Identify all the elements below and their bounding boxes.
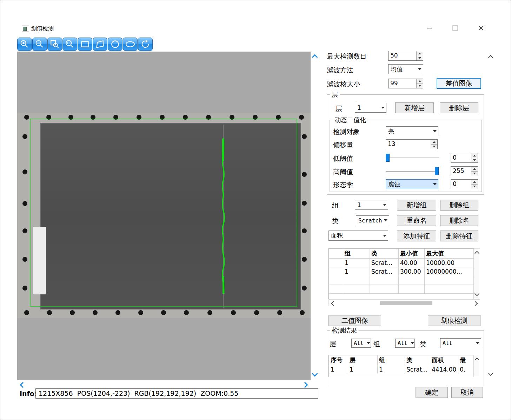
scroll-right-icon[interactable]	[473, 301, 478, 306]
spin-up-icon[interactable]	[417, 79, 423, 84]
scrollbar-thumb[interactable]	[380, 301, 432, 305]
add-feature-button[interactable]: 添加特征	[397, 231, 436, 241]
scroll-right-icon[interactable]	[302, 382, 308, 388]
delete-feature-button[interactable]: 删除特征	[440, 231, 478, 241]
image-viewer[interactable]	[17, 52, 311, 380]
close-button[interactable]	[473, 22, 489, 34]
results-group-combo[interactable]: All	[395, 339, 415, 348]
scroll-up-icon[interactable]	[312, 54, 318, 60]
roi-rotate-button[interactable]	[138, 38, 153, 51]
scratch-detect-button[interactable]: 划痕检测	[428, 315, 480, 326]
scroll-left-icon[interactable]	[331, 301, 336, 306]
delete-group-button[interactable]: 删除组	[440, 200, 478, 211]
scroll-down-icon[interactable]	[474, 291, 479, 296]
max-count-spin[interactable]: 50	[388, 51, 423, 61]
cancel-button[interactable]: 取消	[451, 387, 483, 398]
zoom-in-button[interactable]	[17, 38, 32, 51]
slider-handle[interactable]	[435, 167, 439, 175]
kernel-size-value: 99	[389, 79, 416, 88]
minimize-button[interactable]	[421, 22, 437, 34]
scroll-down-icon[interactable]	[312, 371, 318, 377]
spin-up-icon[interactable]	[431, 140, 437, 145]
col-index: 序号	[329, 355, 348, 365]
col-min: 最小值	[399, 249, 425, 259]
morphology-spin[interactable]: 0	[451, 179, 478, 189]
feature-table-vscroll[interactable]	[473, 248, 480, 299]
low-threshold-spin[interactable]: 0	[451, 153, 478, 163]
spin-up-icon[interactable]	[471, 167, 478, 172]
feature-table-hscroll[interactable]	[328, 299, 480, 306]
table-row[interactable]: 1 Scrat... 300.00 10000000...	[329, 267, 474, 276]
offset-value: 13	[386, 140, 431, 149]
zoom-1-1-button[interactable]: 1:1	[62, 38, 77, 51]
cell: 1	[378, 365, 405, 374]
spin-down-icon[interactable]	[471, 158, 478, 163]
high-threshold-spin[interactable]: 255	[451, 166, 478, 176]
cell	[370, 285, 399, 294]
results-group-title: 检测结果	[330, 326, 359, 335]
col-group: 组	[378, 355, 405, 365]
zoom-out-button[interactable]	[32, 38, 47, 51]
scroll-left-icon[interactable]	[20, 382, 26, 388]
roi-circle-button[interactable]	[108, 38, 122, 51]
roi-rect-button[interactable]	[78, 38, 92, 51]
spin-up-icon[interactable]	[417, 51, 423, 56]
table-row[interactable]	[329, 285, 474, 294]
spin-down-icon[interactable]	[417, 84, 423, 88]
rename-class-button[interactable]: 重命名	[397, 215, 436, 226]
zoom-window-button[interactable]	[47, 38, 62, 51]
scroll-down-icon[interactable]	[488, 371, 493, 376]
spin-down-icon[interactable]	[417, 56, 423, 61]
roi-polygon-button[interactable]	[93, 38, 107, 51]
add-group-button[interactable]: 新增组	[397, 200, 436, 211]
add-layer-button[interactable]: 新增层	[395, 102, 434, 113]
spin-down-icon[interactable]	[431, 145, 437, 149]
table-row[interactable]: 1 1 1 Scrat... 4414.00 0.	[329, 365, 474, 374]
low-threshold-slider[interactable]	[386, 154, 439, 162]
binary-image-button[interactable]: 二值图像	[328, 315, 381, 326]
slider-handle[interactable]	[386, 154, 390, 162]
results-class-combo[interactable]: All	[440, 338, 481, 348]
feature-value: 面积	[329, 232, 381, 240]
scroll-up-icon[interactable]	[474, 358, 479, 362]
detect-target-label: 检测对象	[333, 127, 360, 136]
roi-ellipse-button[interactable]	[123, 38, 138, 51]
scroll-up-icon[interactable]	[474, 251, 479, 256]
offset-spin[interactable]: 13	[386, 139, 438, 149]
viewer-toolbar: 1:1	[17, 38, 153, 51]
kernel-size-spin[interactable]: 99	[388, 79, 423, 88]
viewer-horizontal-scrollbar[interactable]	[17, 381, 311, 388]
viewer-vertical-scrollbar[interactable]	[311, 52, 319, 380]
ok-button[interactable]: 确定	[416, 387, 448, 398]
chevron-down-icon	[410, 339, 414, 347]
minimize-icon	[427, 28, 432, 28]
class-combo[interactable]: Scratch	[356, 215, 389, 225]
spin-down-icon[interactable]	[471, 185, 478, 189]
results-class-value: All	[440, 340, 474, 346]
results-table-vscroll[interactable]	[473, 355, 480, 377]
morphology-combo[interactable]: 腐蚀	[386, 179, 438, 189]
scroll-up-icon[interactable]	[488, 55, 493, 60]
group-combo[interactable]: 1	[355, 200, 388, 210]
group-value: 1	[355, 201, 381, 208]
zoom-out-icon	[35, 39, 45, 49]
table-row[interactable]	[329, 276, 474, 285]
spin-down-icon[interactable]	[471, 172, 478, 176]
table-row[interactable]: 1 Scrat... 40.00 10000.00	[329, 259, 474, 267]
delete-class-button[interactable]: 删除名	[440, 215, 478, 226]
feature-combo[interactable]: 面积	[328, 231, 388, 241]
spin-up-icon[interactable]	[471, 153, 478, 158]
delete-layer-button[interactable]: 删除层	[440, 102, 478, 113]
spin-up-icon[interactable]	[471, 180, 478, 185]
filter-method-value: 均值	[389, 65, 417, 73]
detect-target-combo[interactable]: 亮	[386, 126, 438, 136]
filter-method-combo[interactable]: 均值	[388, 64, 423, 74]
high-threshold-value: 255	[451, 167, 471, 176]
cell	[329, 285, 343, 294]
results-layer-combo[interactable]: All	[351, 339, 371, 348]
high-threshold-slider[interactable]	[386, 167, 439, 175]
maximize-button[interactable]	[447, 22, 463, 34]
layer-combo[interactable]: 1	[355, 103, 386, 113]
panel-scrollbar[interactable]	[487, 52, 495, 380]
diff-image-button[interactable]: 差值图像	[437, 78, 481, 89]
